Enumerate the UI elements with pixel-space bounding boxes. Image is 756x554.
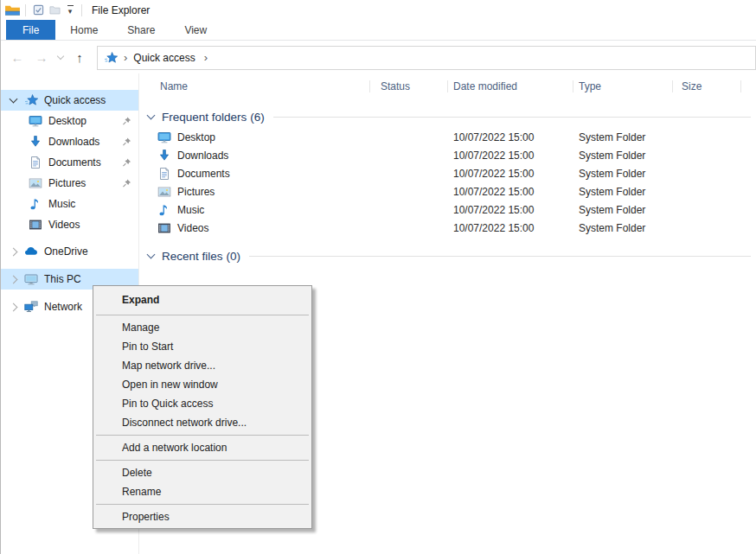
menu-item-manage[interactable]: Manage [93, 318, 311, 337]
file-type: System Folder [573, 150, 673, 162]
sidebar-item-onedrive[interactable]: OneDrive [0, 241, 138, 262]
group-underline [249, 256, 751, 257]
title-bar: ▾ File Explorer [0, 0, 756, 20]
file-type: System Folder [573, 131, 673, 143]
recent-locations-button[interactable] [54, 56, 67, 59]
column-header-size[interactable]: Size [673, 73, 741, 99]
pin-icon [122, 179, 131, 188]
breadcrumb-chevron-icon[interactable]: › [204, 52, 208, 63]
videos-icon [29, 218, 42, 232]
sidebar-item-label: Network [44, 301, 82, 313]
onedrive-cloud-icon [24, 245, 38, 258]
menu-item-delete[interactable]: Delete [93, 463, 311, 482]
menu-item-open-in-new-window[interactable]: Open in new window [93, 375, 311, 394]
file-type: System Folder [573, 204, 673, 216]
expand-chevron-icon[interactable] [7, 304, 19, 310]
file-date-modified: 10/07/2022 15:00 [448, 150, 573, 162]
sidebar-item-music[interactable]: Music [0, 194, 138, 214]
breadcrumb-chevron-icon[interactable]: › [124, 52, 127, 63]
up-button[interactable]: ↑ [67, 50, 92, 65]
tab-share[interactable]: Share [112, 20, 170, 40]
menu-item-disconnect-network-drive[interactable]: Disconnect network drive... [93, 413, 311, 432]
sidebar-item-label: Videos [48, 219, 80, 231]
sidebar-item-label: This PC [44, 273, 81, 285]
tab-home[interactable]: Home [55, 20, 112, 40]
music-icon [157, 203, 171, 217]
sidebar-item-label: Documents [48, 156, 101, 169]
menu-item-expand[interactable]: Expand [93, 288, 311, 312]
menu-item-pin-to-quick-access[interactable]: Pin to Quick access [93, 394, 311, 413]
forward-button[interactable]: → [29, 50, 54, 65]
file-explorer-icon [4, 3, 21, 16]
sidebar-item-desktop[interactable]: Desktop [0, 111, 138, 131]
file-row-pictures[interactable]: Pictures 10/07/2022 15:00 System Folder [139, 182, 756, 201]
group-header-frequent-folders[interactable]: Frequent folders (6) [139, 108, 756, 125]
this-pc-context-menu: Expand Manage Pin to Start Map network d… [93, 285, 312, 529]
column-header-date-modified[interactable]: Date modified [448, 73, 573, 99]
menu-separator [96, 460, 309, 461]
documents-icon [29, 156, 42, 169]
menu-separator [96, 504, 309, 505]
sidebar-item-label: Music [48, 198, 75, 210]
file-name: Downloads [177, 150, 228, 162]
window-title: File Explorer [92, 4, 150, 16]
sidebar-item-videos[interactable]: Videos [0, 214, 138, 235]
group-count: (0) [227, 250, 241, 263]
file-name: Videos [177, 222, 208, 234]
file-name: Music [177, 204, 204, 216]
menu-item-pin-to-start[interactable]: Pin to Start [93, 337, 311, 356]
sidebar-item-downloads[interactable]: Downloads [0, 131, 138, 152]
menu-item-properties[interactable]: Properties [93, 507, 311, 526]
expand-chevron-icon[interactable] [7, 277, 19, 283]
address-bar[interactable]: › Quick access › [97, 46, 756, 70]
properties-quick-button[interactable] [30, 2, 47, 18]
file-name: Desktop [177, 131, 215, 143]
sidebar-item-label: Downloads [48, 136, 99, 148]
quick-access-star-icon [104, 51, 118, 65]
pin-icon [122, 117, 131, 126]
desktop-icon [157, 131, 171, 144]
file-type: System Folder [573, 222, 673, 234]
breadcrumb-quick-access[interactable]: Quick access [133, 52, 195, 64]
downloads-icon [29, 135, 42, 149]
group-label: Recent files [162, 250, 223, 263]
frequent-folders-list: Desktop 10/07/2022 15:00 System Folder D… [139, 128, 756, 237]
column-header-name[interactable]: Name [139, 73, 370, 99]
chevron-down-icon [57, 53, 64, 60]
tab-file[interactable]: File [6, 20, 55, 40]
file-row-music[interactable]: Music 10/07/2022 15:00 System Folder [139, 201, 756, 219]
toolbar-separator [25, 4, 26, 16]
file-row-documents[interactable]: Documents 10/07/2022 15:00 System Folder [139, 164, 756, 182]
group-header-recent-files[interactable]: Recent files (0) [139, 247, 756, 264]
collapse-chevron-icon [145, 254, 156, 258]
customize-quick-access-toolbar-button[interactable]: ▾ [63, 5, 77, 16]
expand-chevron-icon[interactable] [7, 249, 19, 255]
menu-separator [96, 435, 309, 436]
column-header-row: Name Status Date modified Type Size [139, 73, 756, 99]
file-row-downloads[interactable]: Downloads 10/07/2022 15:00 System Folder [139, 146, 756, 164]
ribbon-tab-bar: File Home Share View [0, 20, 756, 41]
sidebar-item-pictures[interactable]: Pictures [0, 173, 138, 194]
file-row-videos[interactable]: Videos 10/07/2022 15:00 System Folder [139, 219, 756, 237]
this-pc-monitor-icon [24, 272, 38, 286]
group-underline [273, 117, 751, 118]
file-row-desktop[interactable]: Desktop 10/07/2022 15:00 System Folder [139, 128, 756, 146]
sidebar-item-documents[interactable]: Documents [0, 152, 138, 173]
column-header-status[interactable]: Status [370, 73, 448, 99]
file-name: Pictures [177, 186, 215, 198]
new-folder-quick-button[interactable] [47, 2, 63, 18]
file-date-modified: 10/07/2022 15:00 [448, 204, 573, 216]
sidebar-item-label: Quick access [44, 94, 106, 106]
menu-item-add-a-network-location[interactable]: Add a network location [93, 438, 311, 457]
collapse-chevron-icon[interactable] [7, 99, 19, 102]
column-header-type[interactable]: Type [573, 73, 673, 99]
menu-item-map-network-drive[interactable]: Map network drive... [93, 356, 311, 375]
new-folder-icon [49, 4, 61, 16]
tab-view[interactable]: View [170, 20, 221, 40]
sidebar-item-quick-access[interactable]: Quick access [0, 90, 138, 111]
properties-icon [33, 4, 44, 16]
group-count: (6) [250, 111, 265, 124]
menu-item-rename[interactable]: Rename [93, 482, 311, 501]
back-button[interactable]: ← [5, 50, 29, 65]
file-date-modified: 10/07/2022 15:00 [448, 222, 573, 234]
